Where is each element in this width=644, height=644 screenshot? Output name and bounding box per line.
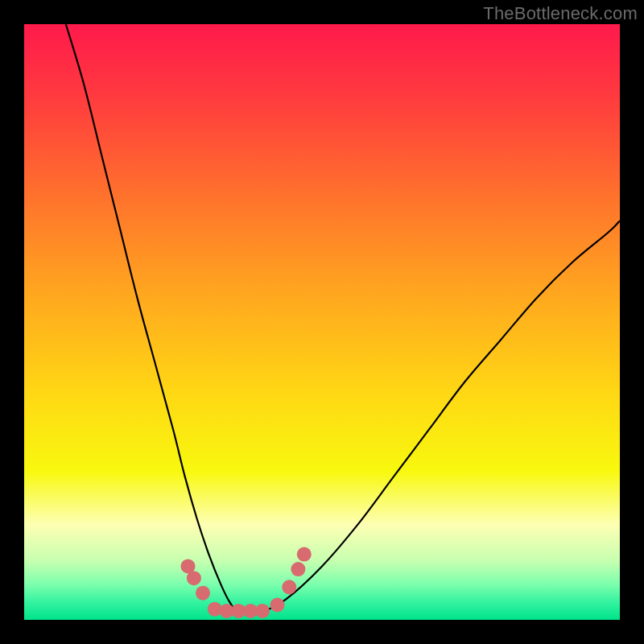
tolerance-marker (291, 562, 305, 576)
watermark-text: TheBottleneck.com (483, 3, 638, 24)
tolerance-marker (255, 604, 270, 618)
tolerance-marker (282, 580, 296, 594)
tolerance-markers (181, 547, 312, 618)
tolerance-marker (270, 598, 285, 613)
tolerance-marker (196, 586, 210, 601)
chart-frame (24, 24, 620, 620)
bottleneck-curve (66, 24, 620, 613)
chart-plot-layer (24, 24, 620, 620)
tolerance-marker (187, 571, 201, 585)
tolerance-marker (297, 547, 312, 562)
